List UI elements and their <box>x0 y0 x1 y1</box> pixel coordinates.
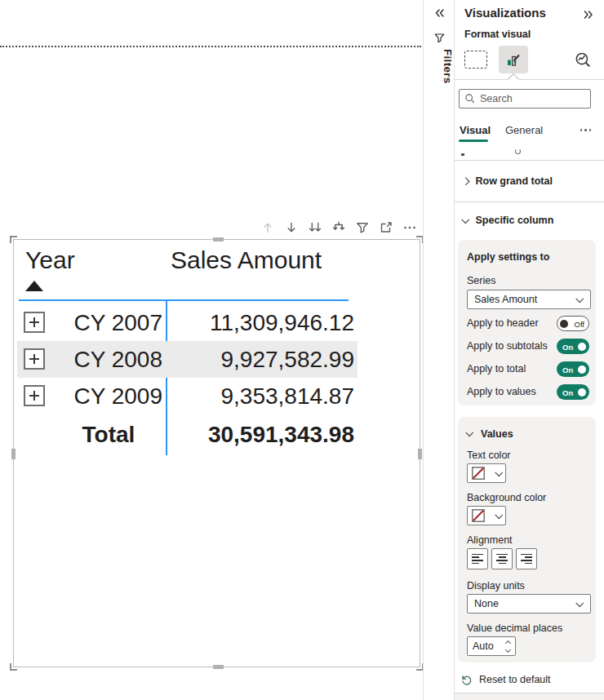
values-heading: Values <box>481 428 513 440</box>
align-center-icon <box>496 554 508 565</box>
display-units-dropdown[interactable]: None <box>467 594 591 614</box>
drill-up-icon[interactable] <box>260 219 276 236</box>
table-row[interactable]: CY 2009 9,353,814.87 <box>14 378 421 414</box>
total-label: Total <box>55 414 162 455</box>
apply-to-header-toggle[interactable]: Off <box>557 316 589 331</box>
align-right-icon <box>521 554 532 565</box>
tabs-more-options-icon[interactable] <box>580 129 592 131</box>
report-canvas[interactable]: Year Sales Amount CY 2007 11,309,946.12 … <box>0 0 423 700</box>
search-input[interactable] <box>480 93 585 104</box>
filter-icon[interactable] <box>354 219 371 236</box>
toggle-state: On <box>562 343 573 352</box>
chevron-down-icon <box>495 511 502 518</box>
apply-to-total-toggle[interactable]: On <box>557 361 589 377</box>
toggle-knob <box>560 320 568 328</box>
filters-funnel-icon[interactable] <box>431 29 447 46</box>
format-visual-icon-selected[interactable] <box>499 46 528 73</box>
total-row: Total 30,591,343.98 <box>14 414 421 455</box>
sort-ascending-icon <box>25 281 43 291</box>
scrolled-content-fragment <box>515 148 521 154</box>
format-search[interactable] <box>459 89 591 109</box>
expand-filters-pane-icon[interactable] <box>431 5 447 21</box>
decimal-places-label: Value decimal places <box>467 622 562 634</box>
align-right-button[interactable] <box>516 548 537 569</box>
align-center-button[interactable] <box>491 548 513 569</box>
section-label: Specific column <box>476 215 554 226</box>
no-fill-swatch-icon <box>472 509 485 522</box>
collapse-visualizations-pane-icon[interactable] <box>581 7 596 22</box>
background-color-picker[interactable] <box>467 506 506 525</box>
resize-handle[interactable] <box>10 236 17 243</box>
next-section-edge <box>455 693 604 700</box>
table-row[interactable]: CY 2007 11,309,946.12 <box>14 304 421 341</box>
spinner-up-icon[interactable] <box>505 640 511 645</box>
tab-general[interactable]: General <box>505 124 543 136</box>
visualizations-pane: Visualizations Format visual Visual <box>455 0 604 700</box>
row-value[interactable]: 9,353,814.87 <box>174 378 354 414</box>
section-label: Row grand total <box>476 175 553 187</box>
search-icon <box>464 93 476 104</box>
series-dropdown-value: Sales Amount <box>474 294 577 305</box>
header-underline <box>19 299 349 301</box>
expand-row-icon[interactable] <box>24 312 45 333</box>
chevron-down-icon[interactable] <box>466 428 473 436</box>
toggle-state: On <box>562 366 573 374</box>
spinner-down-icon[interactable] <box>505 646 511 652</box>
toggle-state: Off <box>575 320 585 329</box>
apply-settings-card: Apply settings to Series Sales Amount Ap… <box>458 240 596 405</box>
resize-handle[interactable] <box>213 237 224 241</box>
matrix-visual[interactable]: Year Sales Amount CY 2007 11,309,946.12 … <box>13 239 420 667</box>
table-row[interactable]: CY 2008 9,927,582.99 <box>14 341 421 378</box>
row-header[interactable]: CY 2007 <box>55 304 162 341</box>
drill-down-icon[interactable] <box>283 219 300 236</box>
series-label: Series <box>467 275 495 286</box>
page-boundary-dotted-line <box>0 46 421 47</box>
divider <box>455 79 604 80</box>
chevron-down-icon <box>575 599 583 606</box>
section-row-grand-total[interactable]: Row grand total <box>455 161 604 202</box>
resize-handle[interactable] <box>10 663 17 671</box>
reset-to-default-button[interactable]: Reset to default <box>455 669 604 690</box>
align-left-button[interactable] <box>467 548 488 569</box>
chevron-down-icon <box>495 468 502 476</box>
row-value[interactable]: 9,927,582.99 <box>174 341 354 378</box>
reset-label: Reset to default <box>479 674 551 685</box>
toggle-knob <box>578 343 586 351</box>
filters-pane-title[interactable]: Filters <box>424 49 454 84</box>
more-options-icon[interactable] <box>402 219 418 236</box>
build-visual-icon[interactable] <box>464 51 487 69</box>
pane-switcher <box>455 44 604 77</box>
toggle-knob <box>578 388 586 397</box>
apply-to-subtotals-toggle[interactable]: On <box>557 339 589 354</box>
apply-to-values-toggle[interactable]: On <box>557 384 589 400</box>
expand-all-down-icon[interactable] <box>331 219 347 236</box>
analytics-icon[interactable] <box>571 49 594 72</box>
align-left-icon <box>472 554 483 565</box>
chevron-right-icon <box>462 177 469 184</box>
total-value: 30,591,343.98 <box>174 414 354 455</box>
expand-row-icon[interactable] <box>24 385 45 406</box>
apply-to-total-label: Apply to total <box>467 363 526 374</box>
row-header[interactable]: CY 2009 <box>55 378 162 414</box>
active-tab-underline <box>459 140 488 142</box>
values-card: Values Text color Background color Align… <box>458 417 596 662</box>
expand-row-icon[interactable] <box>24 348 45 370</box>
column-header-year[interactable]: Year <box>25 246 75 274</box>
go-to-next-level-icon[interactable] <box>307 219 323 236</box>
chevron-down-icon <box>462 215 469 223</box>
display-units-value: None <box>474 598 577 609</box>
decimal-places-spinner[interactable]: Auto <box>467 636 516 656</box>
visualizations-pane-title: Visualizations <box>464 6 546 20</box>
apply-to-values-label: Apply to values <box>467 386 536 397</box>
resize-handle[interactable] <box>213 665 224 669</box>
column-header-sales-amount[interactable]: Sales Amount <box>171 246 322 274</box>
text-color-picker[interactable] <box>467 463 506 483</box>
tab-visual[interactable]: Visual <box>460 124 491 136</box>
section-specific-column[interactable]: Specific column <box>455 202 604 238</box>
row-header[interactable]: CY 2008 <box>55 341 162 378</box>
focus-mode-icon[interactable] <box>378 219 394 236</box>
series-dropdown[interactable]: Sales Amount <box>467 290 591 309</box>
scrolled-content-fragment <box>461 153 464 156</box>
chevron-down-icon <box>575 295 583 302</box>
row-value[interactable]: 11,309,946.12 <box>174 304 354 341</box>
